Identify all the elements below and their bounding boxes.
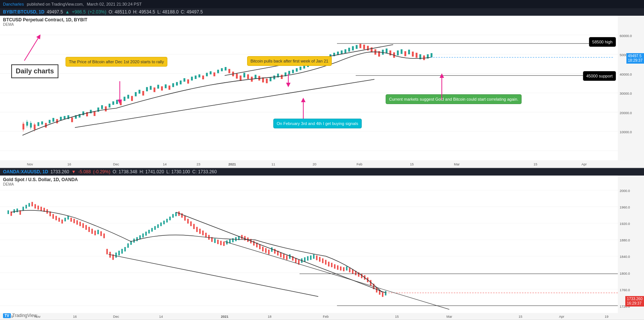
svg-rect-290 xyxy=(322,258,323,263)
btc-buying-arrow xyxy=(300,98,315,121)
btc-symbol: BYBIT:BTCUSD, 1D xyxy=(3,9,45,15)
svg-rect-55 xyxy=(105,106,107,111)
svg-text:Apr: Apr xyxy=(559,315,564,319)
svg-rect-284 xyxy=(304,257,306,262)
svg-rect-77 xyxy=(187,79,189,83)
svg-rect-257 xyxy=(223,241,225,246)
btc-ticker-bar: BYBIT:BTCUSD, 1D 49497.5 ▲ +986.5 (+2.03… xyxy=(0,8,644,16)
svg-rect-212 xyxy=(88,227,90,232)
svg-rect-296 xyxy=(340,266,341,271)
gold-chart-svg: 2000.0 1960.0 1920.0 1880.0 1840.0 1800.… xyxy=(0,176,644,320)
svg-rect-82 xyxy=(206,73,208,76)
svg-rect-286 xyxy=(310,256,312,260)
svg-rect-119 xyxy=(344,49,346,53)
svg-rect-270 xyxy=(262,247,264,252)
svg-rect-130 xyxy=(386,49,388,53)
svg-rect-208 xyxy=(76,220,78,225)
svg-text:1760.0: 1760.0 xyxy=(620,288,630,292)
gold-symbol: OANDA:XAUUSD, 1D xyxy=(3,169,48,174)
svg-text:Mar: Mar xyxy=(454,162,459,166)
tv-text: TradingView xyxy=(12,313,37,318)
svg-rect-84 xyxy=(213,72,215,76)
svg-rect-106 xyxy=(296,68,298,71)
svg-rect-310 xyxy=(382,292,383,297)
svg-rect-51 xyxy=(90,110,92,113)
svg-rect-236 xyxy=(160,222,162,226)
svg-rect-247 xyxy=(193,224,195,229)
svg-rect-245 xyxy=(187,219,189,224)
svg-rect-250 xyxy=(202,231,204,235)
svg-rect-225 xyxy=(127,243,129,248)
svg-rect-49 xyxy=(82,112,84,115)
svg-rect-196 xyxy=(40,207,42,211)
svg-rect-64 xyxy=(139,90,140,94)
svg-rect-131 xyxy=(389,51,391,55)
btc-buying-annotation: On February 3rd and 4th I get buying sig… xyxy=(273,119,362,128)
svg-rect-210 xyxy=(82,223,84,228)
svg-rect-78 xyxy=(191,77,193,80)
btc-high: H: 49534.5 xyxy=(133,9,155,15)
svg-text:15: 15 xyxy=(534,162,537,166)
svg-rect-54 xyxy=(101,105,103,109)
svg-rect-88 xyxy=(228,69,230,73)
svg-rect-267 xyxy=(253,241,255,246)
svg-text:1840.0: 1840.0 xyxy=(620,255,630,259)
svg-text:1800.0: 1800.0 xyxy=(620,272,630,275)
charts-wrapper: BTCUSD Perpetual Contract, 1D, BYBIT DEM… xyxy=(0,16,644,320)
svg-rect-221 xyxy=(115,253,117,258)
svg-rect-217 xyxy=(103,234,105,238)
svg-text:10000.0: 10000.0 xyxy=(620,130,632,134)
svg-rect-57 xyxy=(112,101,114,105)
svg-rect-200 xyxy=(52,214,54,219)
svg-rect-249 xyxy=(199,229,201,234)
svg-rect-155 xyxy=(0,313,618,320)
svg-rect-93 xyxy=(247,74,249,79)
svg-text:16: 16 xyxy=(67,162,71,166)
svg-rect-52 xyxy=(94,112,95,116)
svg-rect-105 xyxy=(292,70,294,73)
svg-text:Apr: Apr xyxy=(581,162,587,166)
svg-rect-67 xyxy=(150,86,152,90)
svg-rect-38 xyxy=(41,121,43,124)
svg-rect-107 xyxy=(300,67,301,70)
svg-rect-63 xyxy=(135,92,137,96)
svg-rect-211 xyxy=(85,225,87,230)
svg-rect-142 xyxy=(431,53,432,57)
svg-rect-311 xyxy=(385,291,386,296)
svg-rect-81 xyxy=(202,76,204,79)
svg-rect-194 xyxy=(34,204,36,208)
gold-open: O: 1738.348 xyxy=(113,169,137,174)
svg-rect-298 xyxy=(346,266,347,271)
svg-rect-297 xyxy=(343,267,344,271)
svg-rect-295 xyxy=(337,265,338,270)
svg-rect-228 xyxy=(136,237,138,241)
svg-rect-234 xyxy=(154,226,156,230)
svg-rect-69 xyxy=(157,85,159,88)
svg-rect-279 xyxy=(289,255,291,259)
svg-rect-233 xyxy=(151,228,153,232)
svg-rect-44 xyxy=(64,116,66,119)
btc-chart-title: BTCUSD Perpetual Contract, 1D, BYBIT xyxy=(3,17,87,22)
svg-text:Feb: Feb xyxy=(356,162,362,166)
svg-rect-201 xyxy=(55,216,57,220)
btc-price: 49497.5 xyxy=(47,9,63,15)
svg-rect-255 xyxy=(217,240,219,244)
author-name: Dancharles xyxy=(3,2,24,6)
svg-text:14: 14 xyxy=(159,315,163,319)
btc-current-price-label: 49497.518:29:37 xyxy=(626,53,644,64)
svg-text:1960.0: 1960.0 xyxy=(620,205,630,209)
svg-rect-87 xyxy=(225,67,227,70)
svg-rect-86 xyxy=(221,68,223,71)
svg-rect-68 xyxy=(154,88,155,92)
dema-arrow-btc xyxy=(21,34,51,64)
svg-text:15: 15 xyxy=(519,315,522,319)
svg-rect-98 xyxy=(266,79,268,83)
btc-chart-panel: BTCUSD Perpetual Contract, 1D, BYBIT DEM… xyxy=(0,16,644,168)
svg-text:16: 16 xyxy=(73,315,77,319)
svg-rect-37 xyxy=(37,122,39,126)
svg-rect-71 xyxy=(165,84,167,88)
svg-rect-232 xyxy=(148,230,150,234)
svg-text:1880.0: 1880.0 xyxy=(620,238,630,242)
gold-change-amount: -5.088 xyxy=(78,169,91,174)
gold-chart-panel: OANDA:XAUUSD, 1D 1733.260 ▼ -5.088 (-0.2… xyxy=(0,168,644,320)
